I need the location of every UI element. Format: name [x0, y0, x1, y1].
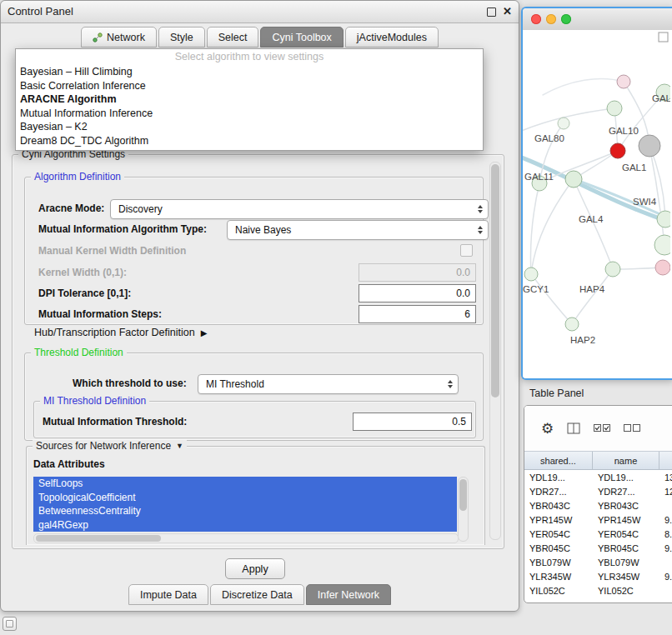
table-cell: 12: [659, 484, 672, 498]
attributes-vscrollbar[interactable]: [458, 477, 469, 542]
network-node[interactable]: [617, 75, 630, 88]
tab-network[interactable]: Network: [81, 27, 157, 48]
network-canvas[interactable]: GALGAL80GAL10GAL11GAL1SWI4GAL4GCY1HAP4HA…: [523, 30, 672, 378]
mi-threshold-label: Mutual Information Threshold:: [43, 416, 187, 428]
network-node[interactable]: [558, 118, 569, 129]
mi-steps-label: Mutual Information Steps:: [38, 308, 162, 320]
tab-infer-network[interactable]: Infer Network: [306, 584, 391, 605]
attribute-item-betweennesscentrality[interactable]: BetweennessCentrality: [33, 504, 457, 518]
table-cell: YIL052C: [524, 583, 593, 598]
network-edge[interactable]: [572, 269, 613, 324]
network-node[interactable]: [605, 262, 620, 277]
algorithm-option-basic-correlation-inference[interactable]: Basic Correlation Inference: [16, 79, 483, 93]
node-label-gal10: GAL10: [609, 126, 639, 136]
tab-select[interactable]: Select: [207, 27, 259, 48]
manual-kernel-checkbox[interactable]: [460, 244, 473, 257]
settings-scrollbar-thumb[interactable]: [491, 164, 499, 398]
column-header-2[interactable]: [659, 452, 672, 469]
checked-pair-icon[interactable]: [594, 424, 610, 432]
data-attributes-label: Data Attributes: [33, 458, 105, 470]
mac-minimize-icon[interactable]: [546, 14, 556, 24]
settings-scrollbar[interactable]: [489, 162, 501, 540]
hub-tf-definition-toggle[interactable]: Hub/Transcription Factor Definition ▶: [34, 327, 207, 338]
network-node[interactable]: [655, 260, 670, 275]
mi-type-select[interactable]: Naive Bayes: [227, 220, 489, 240]
table-cell: YDR27...: [524, 484, 593, 498]
network-node[interactable]: [524, 268, 538, 281]
algorithm-option-mutual-information-inference[interactable]: Mutual Information Inference: [16, 107, 483, 121]
table-row[interactable]: YBL079WYBL079W: [524, 555, 672, 569]
network-window-titlebar[interactable]: [523, 8, 672, 31]
column-header-shared[interactable]: shared...: [524, 452, 593, 469]
table-cell: YBR045C: [593, 541, 659, 555]
triangle-right-icon: ▶: [201, 328, 208, 338]
table-row[interactable]: YDL19...YDL19...13: [524, 470, 672, 484]
table-row[interactable]: YDR27...YDR27...12: [524, 484, 672, 498]
dpi-tolerance-field[interactable]: 0.0: [359, 284, 476, 302]
tab-discretize-data[interactable]: Discretize Data: [210, 584, 304, 605]
kernel-width-label: Kernel Width (0,1):: [38, 267, 127, 278]
table-row[interactable]: YBR043CYBR043C: [524, 498, 672, 512]
desktop: Control Panel ✕ NetworkStyleSelectCyni T…: [0, 0, 672, 635]
network-edge[interactable]: [543, 79, 624, 95]
tab-bar: NetworkStyleSelectCyni ToolboxjActiveMod…: [1, 27, 519, 48]
attributes-hscrollbar[interactable]: [33, 533, 459, 543]
network-node[interactable]: [607, 101, 622, 116]
table-cell: YPR145W: [593, 512, 659, 527]
table-row[interactable]: YPR145WYPR145W9.: [524, 512, 672, 527]
kernel-width-field[interactable]: 0.0: [359, 263, 476, 282]
network-edge[interactable]: [530, 183, 539, 274]
tab-jactivemodules[interactable]: jActiveModules: [345, 27, 439, 48]
network-edge[interactable]: [523, 157, 670, 223]
attributes-vscrollbar-thumb[interactable]: [459, 479, 467, 511]
network-node[interactable]: [565, 318, 579, 331]
tab-style[interactable]: Style: [158, 27, 205, 48]
network-edge[interactable]: [531, 274, 572, 324]
which-threshold-select[interactable]: MI Threshold: [198, 374, 459, 394]
network-edge[interactable]: [649, 146, 664, 245]
algorithm-option-bayesian-k2[interactable]: Bayesian – K2: [16, 120, 483, 134]
window-title: Control Panel: [8, 1, 73, 22]
network-node[interactable]: [565, 171, 582, 188]
mi-steps-field[interactable]: 6: [359, 305, 476, 323]
tab-label: Cyni Toolbox: [272, 32, 331, 43]
network-node[interactable]: [654, 235, 670, 255]
sources-group-toggle[interactable]: Sources for Network Inference ▼: [33, 440, 187, 452]
algorithm-definition-title: Algorithm Definition: [31, 171, 124, 183]
gear-icon[interactable]: ⚙: [541, 422, 554, 436]
algorithm-option-dream8-dc-tdc-algorithm[interactable]: Dream8 DC_TDC Algorithm: [16, 134, 483, 148]
attribute-item-gal4rgexp[interactable]: gal4RGexp: [33, 518, 457, 532]
mac-close-icon[interactable]: [531, 14, 541, 24]
apply-button[interactable]: Apply: [225, 558, 285, 579]
table-row[interactable]: YLR345WYLR345W9.: [524, 569, 672, 583]
attributes-hscrollbar-thumb[interactable]: [36, 535, 161, 542]
column-header-name[interactable]: name: [593, 452, 659, 469]
network-node[interactable]: [610, 143, 625, 158]
algorithm-option-aracne-algorithm[interactable]: ARACNE Algorithm: [16, 92, 483, 107]
float-window-icon[interactable]: [487, 8, 496, 17]
table-cell: YBR043C: [524, 498, 593, 512]
network-node[interactable]: [639, 135, 660, 157]
attribute-item-topologicalcoefficient[interactable]: TopologicalCoefficient: [33, 491, 457, 505]
manual-kernel-label: Manual Kernel Width Definition: [38, 245, 186, 257]
tab-impute-data[interactable]: Impute Data: [128, 584, 208, 605]
mi-threshold-field[interactable]: 0.5: [353, 412, 472, 431]
table-row[interactable]: YER054CYER054C8.: [524, 527, 672, 541]
close-icon[interactable]: ✕: [503, 1, 512, 22]
minimized-panel-icon[interactable]: [3, 617, 17, 631]
table-row[interactable]: YIL052CYIL052C: [524, 583, 672, 598]
aracne-mode-select[interactable]: Discovery: [110, 199, 489, 219]
network-node[interactable]: [657, 211, 670, 228]
combo-arrows-icon: [448, 380, 453, 388]
birdseye-toggle-icon[interactable]: [659, 32, 668, 42]
control-panel-titlebar[interactable]: Control Panel ✕: [1, 1, 519, 23]
tab-cyni-toolbox[interactable]: Cyni Toolbox: [260, 27, 343, 48]
threshold-definition-group: Threshold Definition Which threshold to …: [24, 352, 484, 441]
columns-icon[interactable]: [567, 422, 580, 435]
table-row[interactable]: YBR045CYBR045C9.: [524, 541, 672, 555]
algorithm-option-bayesian-hill-climbing[interactable]: Bayesian – Hill Climbing: [16, 65, 483, 79]
unchecked-pair-icon[interactable]: [624, 424, 640, 432]
combo-arrows-icon: [478, 205, 483, 213]
attribute-item-selfloops[interactable]: SelfLoops: [33, 477, 457, 491]
mac-zoom-icon[interactable]: [561, 14, 571, 24]
